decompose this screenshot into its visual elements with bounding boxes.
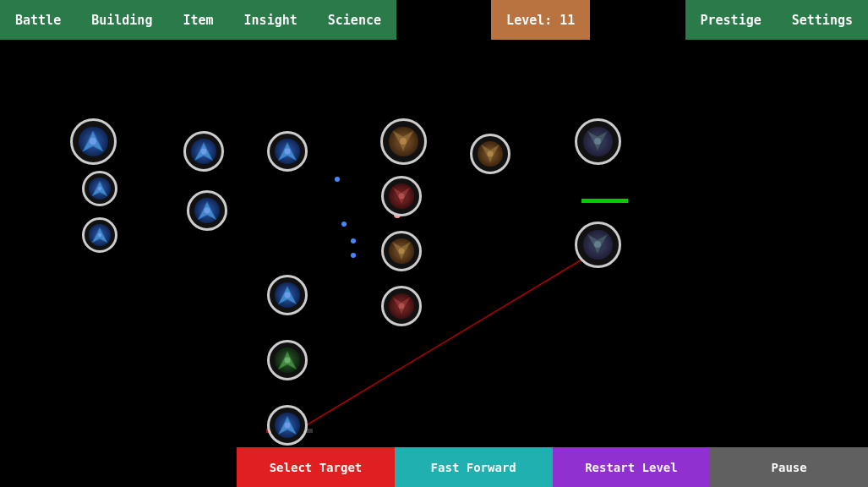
svg-point-21 bbox=[285, 149, 291, 155]
svg-point-4 bbox=[335, 177, 340, 182]
svg-point-43 bbox=[594, 241, 601, 248]
svg-point-31 bbox=[400, 138, 407, 145]
svg-point-11 bbox=[90, 138, 96, 145]
ship-enemy-1[interactable] bbox=[380, 118, 427, 165]
svg-point-3 bbox=[351, 253, 356, 258]
ship-player-8[interactable] bbox=[267, 340, 308, 380]
ship-player-9[interactable] bbox=[267, 405, 308, 446]
svg-point-23 bbox=[285, 293, 291, 298]
nav-building[interactable]: Building bbox=[76, 0, 167, 40]
ship-enemy-7[interactable] bbox=[575, 222, 621, 268]
ship-enemy-2[interactable] bbox=[381, 176, 422, 216]
svg-point-2 bbox=[351, 238, 356, 244]
svg-point-35 bbox=[399, 249, 405, 254]
svg-point-13 bbox=[98, 187, 101, 190]
nav-science[interactable]: Science bbox=[313, 0, 396, 40]
svg-point-17 bbox=[201, 149, 207, 155]
svg-point-1 bbox=[341, 222, 347, 227]
nav-battle[interactable]: Battle bbox=[0, 0, 76, 40]
action-bar: Select Target Fast Forward Restart Level… bbox=[0, 447, 868, 487]
ship-player-1[interactable] bbox=[70, 118, 117, 165]
ship-player-2[interactable] bbox=[82, 171, 117, 206]
svg-point-33 bbox=[399, 194, 405, 200]
nav-item[interactable]: Item bbox=[167, 0, 228, 40]
ship-player-5[interactable] bbox=[187, 190, 227, 231]
svg-point-19 bbox=[205, 208, 210, 214]
navbar: Battle Building Item Insight Science Lev… bbox=[0, 0, 868, 40]
svg-point-25 bbox=[285, 358, 291, 364]
ship-player-7[interactable] bbox=[267, 275, 308, 315]
level-display: Level: 11 bbox=[491, 0, 590, 40]
ship-enemy-6[interactable] bbox=[575, 118, 621, 165]
svg-point-41 bbox=[594, 138, 601, 145]
ship-player-6[interactable] bbox=[267, 131, 308, 172]
svg-rect-6 bbox=[581, 199, 628, 203]
battle-svg bbox=[0, 40, 868, 487]
ship-enemy-3[interactable] bbox=[381, 231, 422, 271]
ship-enemy-5[interactable] bbox=[470, 134, 510, 174]
nav-settings[interactable]: Settings bbox=[777, 0, 868, 40]
svg-point-39 bbox=[488, 151, 494, 157]
select-target-button[interactable]: Select Target bbox=[237, 447, 395, 487]
svg-point-15 bbox=[98, 233, 101, 237]
nav-prestige[interactable]: Prestige bbox=[685, 0, 777, 40]
svg-rect-7 bbox=[581, 199, 628, 203]
ship-player-3[interactable] bbox=[82, 217, 117, 253]
svg-point-37 bbox=[399, 304, 405, 309]
ship-player-4[interactable] bbox=[183, 131, 224, 172]
svg-line-0 bbox=[308, 251, 596, 424]
restart-level-button[interactable]: Restart Level bbox=[553, 447, 711, 487]
game-area bbox=[0, 40, 868, 487]
ship-enemy-4[interactable] bbox=[381, 286, 422, 326]
pause-button[interactable]: Pause bbox=[710, 447, 868, 487]
fast-forward-button[interactable]: Fast Forward bbox=[395, 447, 553, 487]
nav-insight[interactable]: Insight bbox=[229, 0, 313, 40]
svg-point-27 bbox=[285, 423, 291, 429]
